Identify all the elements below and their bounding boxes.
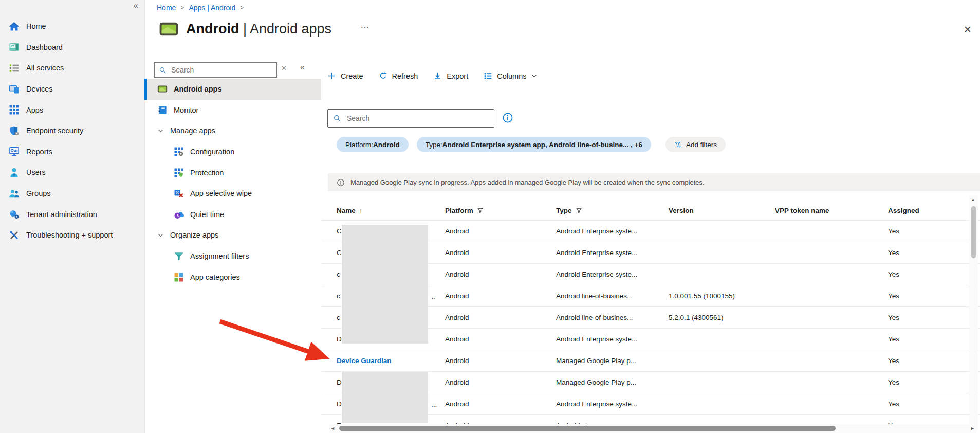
vertical-scrollbar[interactable]: ▲ ▼ — [969, 195, 978, 431]
breadcrumb-separator: > — [240, 4, 244, 11]
config-icon — [174, 147, 184, 157]
sidebar-item-users[interactable]: Users — [0, 162, 144, 183]
sidebar-item-reports[interactable]: Reports — [0, 141, 144, 163]
sidebar-item-endpoint-security[interactable]: Endpoint security — [0, 120, 144, 141]
scroll-up-icon[interactable]: ▲ — [971, 197, 975, 202]
chevron-down-icon — [157, 232, 164, 239]
sidebar-item-label: Groups — [26, 189, 51, 197]
nav-item-organize-apps[interactable]: Organize apps — [144, 225, 321, 246]
nav-collapse-icon[interactable]: « — [300, 63, 305, 72]
create-button[interactable]: Create — [327, 71, 363, 80]
sidebar-item-devices[interactable]: Devices — [0, 79, 144, 100]
devices-icon — [9, 84, 20, 95]
refresh-icon — [379, 71, 387, 80]
breadcrumb-link-home[interactable]: Home — [157, 4, 176, 12]
column-header-assigned[interactable]: Assigned — [888, 207, 980, 214]
users-icon — [9, 167, 20, 178]
clear-search-icon[interactable]: ✕ — [281, 64, 287, 72]
toolbar-button-label: Create — [341, 72, 363, 80]
version-cell: 5.2.0.1 (4300561) — [669, 314, 775, 321]
filter-pills: Platform: AndroidType: Android Enterpris… — [337, 137, 726, 152]
column-label: Name — [337, 207, 356, 214]
export-button[interactable]: Export — [433, 71, 468, 80]
nav-item-protection[interactable]: Protection — [144, 162, 321, 183]
sidebar-item-label: Home — [26, 22, 46, 30]
platform-cell: Android — [445, 270, 556, 278]
sidebar-item-tenant-administration[interactable]: Tenant administration — [0, 204, 144, 225]
nav-item-monitor[interactable]: Monitor — [144, 100, 321, 121]
nav-menu: Android appsMonitorManage appsConfigurat… — [144, 79, 321, 287]
nav-item-assignment-filters[interactable]: Assignment filters — [144, 246, 321, 267]
close-icon[interactable]: ✕ — [964, 24, 972, 35]
nav-item-app-categories[interactable]: App categories — [144, 266, 321, 287]
truncation-ellipsis: .. — [431, 292, 435, 300]
breadcrumb-link-apps-android[interactable]: Apps | Android — [189, 4, 235, 12]
nav-search-input[interactable] — [170, 65, 272, 75]
column-header-vpp-token-name[interactable]: VPP token name — [775, 207, 888, 214]
assigned-cell: Yes — [888, 357, 980, 365]
sidebar-item-apps[interactable]: Apps — [0, 99, 144, 120]
list-search-box — [327, 109, 494, 128]
filter-pill-1[interactable]: Platform: Android — [337, 137, 409, 152]
add-filters-label: Add filters — [686, 141, 717, 149]
nav-item-label: Configuration — [190, 148, 234, 156]
horizontal-scrollbar[interactable]: ◄ ► — [329, 424, 976, 433]
column-header-type[interactable]: Type — [556, 207, 669, 214]
column-header-name[interactable]: Name↑ — [337, 207, 445, 214]
nav-item-manage-apps[interactable]: Manage apps — [144, 120, 321, 141]
horizontal-scrollbar-thumb[interactable] — [339, 426, 836, 431]
scroll-left-icon[interactable]: ◄ — [330, 426, 335, 431]
reports-icon — [9, 146, 20, 157]
column-label: Platform — [445, 207, 473, 214]
column-header-platform[interactable]: Platform — [445, 207, 556, 214]
type-cell: Android Enterprise syste... — [556, 270, 669, 278]
sidebar-item-label: Users — [26, 168, 46, 176]
sidebar-item-dashboard[interactable]: Dashboard — [0, 37, 144, 58]
sidebar-item-troubleshooting-support[interactable]: Troubleshooting + support — [0, 225, 144, 246]
info-icon — [337, 178, 345, 187]
sidebar-collapse-icon[interactable]: « — [134, 1, 138, 11]
android-tablet-icon — [157, 84, 168, 94]
more-options-button[interactable]: … — [360, 20, 370, 30]
protection-icon — [174, 168, 184, 178]
sidebar-item-label: Apps — [26, 106, 43, 114]
list-search-input[interactable] — [346, 114, 489, 123]
columns-button[interactable]: Columns — [484, 71, 538, 80]
search-icon — [333, 114, 341, 122]
column-header-version[interactable]: Version — [669, 207, 775, 214]
nav-item-app-selective-wipe[interactable]: App selective wipe — [144, 183, 321, 204]
scroll-right-icon[interactable]: ► — [970, 426, 975, 431]
assigned-cell: Yes — [888, 335, 980, 343]
banner-text: Managed Google Play sync in progress. Ap… — [350, 178, 705, 186]
add-filters-button[interactable]: Add filters — [665, 137, 726, 152]
filter-pill-2[interactable]: Type: Android Enterprise system app, And… — [417, 137, 651, 152]
page-title-row: Android | Android apps — [159, 21, 331, 38]
sidebar-item-groups[interactable]: Groups — [0, 183, 144, 204]
app-name-link[interactable]: Device Guardian — [337, 357, 445, 365]
main-area: Home>Apps | Android> Android | Android a… — [144, 0, 980, 433]
type-cell: Android Enterprise syste... — [556, 400, 669, 408]
table-row[interactable]: Device GuardianAndroidManaged Google Pla… — [321, 350, 980, 372]
nav-item-label: Manage apps — [170, 127, 215, 135]
type-cell: Android line-of-busines... — [556, 292, 669, 300]
monitor-journal-icon — [157, 105, 168, 115]
column-label: VPP token name — [775, 207, 829, 214]
tenant-admin-icon — [9, 209, 20, 220]
platform-cell: Android — [445, 335, 556, 343]
nav-item-android-apps[interactable]: Android apps — [144, 79, 321, 100]
troubleshooting-icon — [9, 230, 20, 241]
nav-item-quiet-time[interactable]: Quiet time — [144, 204, 321, 225]
redaction-overlay — [342, 372, 428, 423]
sidebar-item-home[interactable]: Home — [0, 16, 144, 37]
funnel-icon — [477, 207, 484, 214]
assigned-cell: Yes — [888, 292, 980, 300]
nav-item-configuration[interactable]: Configuration — [144, 141, 321, 163]
platform-cell: Android — [445, 292, 556, 300]
info-icon[interactable] — [502, 112, 513, 123]
refresh-button[interactable]: Refresh — [379, 71, 418, 80]
nav-item-label: Protection — [190, 169, 224, 177]
nav-item-label: Assignment filters — [190, 252, 249, 260]
filter-pill-value: Android Enterprise system app, Android l… — [442, 141, 642, 149]
sidebar-item-all-services[interactable]: All services — [0, 58, 144, 79]
vertical-scrollbar-thumb[interactable] — [971, 206, 976, 258]
